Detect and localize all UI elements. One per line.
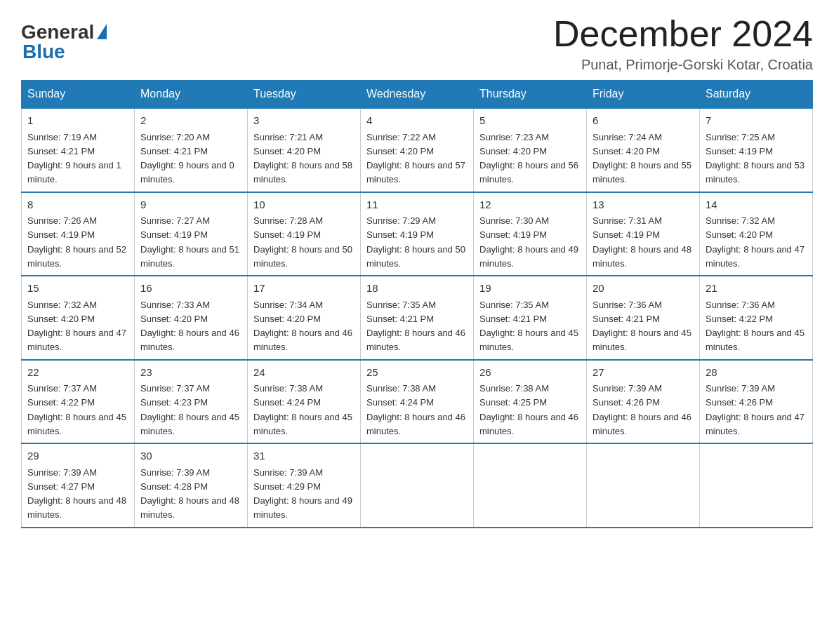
day-number: 17 <box>253 281 355 297</box>
day-info: Sunrise: 7:32 AMSunset: 4:20 PMDaylight:… <box>27 300 126 353</box>
day-info: Sunrise: 7:36 AMSunset: 4:21 PMDaylight:… <box>593 300 691 353</box>
logo-blue-text: Blue <box>21 41 65 63</box>
calendar-header-row: SundayMondayTuesdayWednesdayThursdayFrid… <box>22 81 813 109</box>
day-info: Sunrise: 7:26 AMSunset: 4:19 PMDaylight:… <box>27 215 126 269</box>
day-info: Sunrise: 7:39 AMSunset: 4:29 PMDaylight:… <box>253 467 352 521</box>
day-info: Sunrise: 7:25 AMSunset: 4:19 PMDaylight:… <box>706 132 805 185</box>
day-number: 3 <box>253 113 355 129</box>
day-number: 13 <box>593 197 694 213</box>
logo-triangle-icon <box>97 24 107 39</box>
day-info: Sunrise: 7:37 AMSunset: 4:23 PMDaylight:… <box>140 383 239 436</box>
day-number: 10 <box>253 197 355 213</box>
weekday-header-saturday: Saturday <box>700 81 813 109</box>
day-number: 11 <box>366 197 468 213</box>
day-number: 20 <box>593 281 694 297</box>
calendar-cell: 20 Sunrise: 7:36 AMSunset: 4:21 PMDaylig… <box>587 276 700 360</box>
calendar-week-row: 8 Sunrise: 7:26 AMSunset: 4:19 PMDayligh… <box>22 192 813 276</box>
calendar-cell: 13 Sunrise: 7:31 AMSunset: 4:19 PMDaylig… <box>587 192 700 276</box>
day-number: 18 <box>366 281 468 297</box>
calendar-cell <box>587 443 700 528</box>
calendar-cell: 30 Sunrise: 7:39 AMSunset: 4:28 PMDaylig… <box>135 443 248 528</box>
day-info: Sunrise: 7:39 AMSunset: 4:26 PMDaylight:… <box>706 383 805 436</box>
day-number: 8 <box>27 197 128 213</box>
day-number: 27 <box>593 365 694 381</box>
calendar-cell: 19 Sunrise: 7:35 AMSunset: 4:21 PMDaylig… <box>474 276 587 360</box>
day-info: Sunrise: 7:37 AMSunset: 4:22 PMDaylight:… <box>27 383 126 436</box>
calendar-cell: 26 Sunrise: 7:38 AMSunset: 4:25 PMDaylig… <box>474 360 587 444</box>
calendar-cell <box>700 443 813 528</box>
calendar-cell <box>474 443 587 528</box>
calendar-cell: 6 Sunrise: 7:24 AMSunset: 4:20 PMDayligh… <box>587 108 700 192</box>
calendar-cell: 4 Sunrise: 7:22 AMSunset: 4:20 PMDayligh… <box>361 108 474 192</box>
day-number: 2 <box>140 113 241 129</box>
day-info: Sunrise: 7:39 AMSunset: 4:26 PMDaylight:… <box>593 383 691 436</box>
day-number: 1 <box>27 113 128 129</box>
weekday-header-wednesday: Wednesday <box>361 81 474 109</box>
day-number: 30 <box>140 448 241 464</box>
day-number: 14 <box>706 197 807 213</box>
calendar-cell: 24 Sunrise: 7:38 AMSunset: 4:24 PMDaylig… <box>248 360 361 444</box>
day-number: 4 <box>366 113 468 129</box>
day-number: 15 <box>27 281 128 297</box>
day-info: Sunrise: 7:36 AMSunset: 4:22 PMDaylight:… <box>706 300 805 353</box>
weekday-header-tuesday: Tuesday <box>248 81 361 109</box>
day-info: Sunrise: 7:24 AMSunset: 4:20 PMDaylight:… <box>593 132 691 185</box>
day-info: Sunrise: 7:28 AMSunset: 4:19 PMDaylight:… <box>253 215 352 269</box>
day-number: 23 <box>140 365 241 381</box>
day-number: 25 <box>366 365 468 381</box>
calendar-cell: 7 Sunrise: 7:25 AMSunset: 4:19 PMDayligh… <box>700 108 813 192</box>
day-info: Sunrise: 7:32 AMSunset: 4:20 PMDaylight:… <box>706 215 805 269</box>
calendar-cell: 22 Sunrise: 7:37 AMSunset: 4:22 PMDaylig… <box>22 360 135 444</box>
location-subtitle: Punat, Primorje-Gorski Kotar, Croatia <box>553 57 813 73</box>
calendar-cell: 3 Sunrise: 7:21 AMSunset: 4:20 PMDayligh… <box>248 108 361 192</box>
calendar-week-row: 1 Sunrise: 7:19 AMSunset: 4:21 PMDayligh… <box>22 108 813 192</box>
calendar-cell: 10 Sunrise: 7:28 AMSunset: 4:19 PMDaylig… <box>248 192 361 276</box>
day-info: Sunrise: 7:39 AMSunset: 4:27 PMDaylight:… <box>27 467 126 521</box>
day-number: 21 <box>706 281 807 297</box>
calendar-cell: 21 Sunrise: 7:36 AMSunset: 4:22 PMDaylig… <box>700 276 813 360</box>
calendar-cell: 29 Sunrise: 7:39 AMSunset: 4:27 PMDaylig… <box>22 443 135 528</box>
weekday-header-monday: Monday <box>135 81 248 109</box>
day-info: Sunrise: 7:19 AMSunset: 4:21 PMDaylight:… <box>27 132 121 185</box>
calendar-cell: 18 Sunrise: 7:35 AMSunset: 4:21 PMDaylig… <box>361 276 474 360</box>
calendar-cell: 25 Sunrise: 7:38 AMSunset: 4:24 PMDaylig… <box>361 360 474 444</box>
month-year-title: December 2024 <box>553 14 813 54</box>
day-number: 29 <box>27 448 128 464</box>
calendar-cell: 31 Sunrise: 7:39 AMSunset: 4:29 PMDaylig… <box>248 443 361 528</box>
calendar-cell: 1 Sunrise: 7:19 AMSunset: 4:21 PMDayligh… <box>22 108 135 192</box>
day-info: Sunrise: 7:30 AMSunset: 4:19 PMDaylight:… <box>479 215 578 269</box>
day-number: 22 <box>27 365 128 381</box>
calendar-cell: 16 Sunrise: 7:33 AMSunset: 4:20 PMDaylig… <box>135 276 248 360</box>
page-header: General Blue December 2024 Punat, Primor… <box>21 14 813 73</box>
day-info: Sunrise: 7:21 AMSunset: 4:20 PMDaylight:… <box>253 132 352 185</box>
day-number: 5 <box>479 113 581 129</box>
day-info: Sunrise: 7:38 AMSunset: 4:25 PMDaylight:… <box>479 383 578 436</box>
day-number: 24 <box>253 365 355 381</box>
calendar-cell: 17 Sunrise: 7:34 AMSunset: 4:20 PMDaylig… <box>248 276 361 360</box>
calendar-week-row: 29 Sunrise: 7:39 AMSunset: 4:27 PMDaylig… <box>22 443 813 528</box>
day-number: 26 <box>479 365 581 381</box>
calendar-cell: 11 Sunrise: 7:29 AMSunset: 4:19 PMDaylig… <box>361 192 474 276</box>
day-number: 19 <box>479 281 581 297</box>
day-info: Sunrise: 7:35 AMSunset: 4:21 PMDaylight:… <box>366 300 465 353</box>
calendar-cell: 8 Sunrise: 7:26 AMSunset: 4:19 PMDayligh… <box>22 192 135 276</box>
day-number: 12 <box>479 197 581 213</box>
calendar-cell: 23 Sunrise: 7:37 AMSunset: 4:23 PMDaylig… <box>135 360 248 444</box>
day-number: 7 <box>706 113 807 129</box>
day-number: 6 <box>593 113 694 129</box>
day-info: Sunrise: 7:34 AMSunset: 4:20 PMDaylight:… <box>253 300 352 353</box>
day-info: Sunrise: 7:35 AMSunset: 4:21 PMDaylight:… <box>479 300 578 353</box>
day-info: Sunrise: 7:39 AMSunset: 4:28 PMDaylight:… <box>140 467 239 521</box>
calendar-cell: 12 Sunrise: 7:30 AMSunset: 4:19 PMDaylig… <box>474 192 587 276</box>
day-info: Sunrise: 7:33 AMSunset: 4:20 PMDaylight:… <box>140 300 239 353</box>
day-number: 16 <box>140 281 241 297</box>
weekday-header-sunday: Sunday <box>22 81 135 109</box>
day-number: 9 <box>140 197 241 213</box>
calendar-cell: 9 Sunrise: 7:27 AMSunset: 4:19 PMDayligh… <box>135 192 248 276</box>
day-number: 28 <box>706 365 807 381</box>
day-info: Sunrise: 7:20 AMSunset: 4:21 PMDaylight:… <box>140 132 234 185</box>
day-info: Sunrise: 7:29 AMSunset: 4:19 PMDaylight:… <box>366 215 465 269</box>
weekday-header-friday: Friday <box>587 81 700 109</box>
calendar-week-row: 15 Sunrise: 7:32 AMSunset: 4:20 PMDaylig… <box>22 276 813 360</box>
day-info: Sunrise: 7:27 AMSunset: 4:19 PMDaylight:… <box>140 215 239 269</box>
